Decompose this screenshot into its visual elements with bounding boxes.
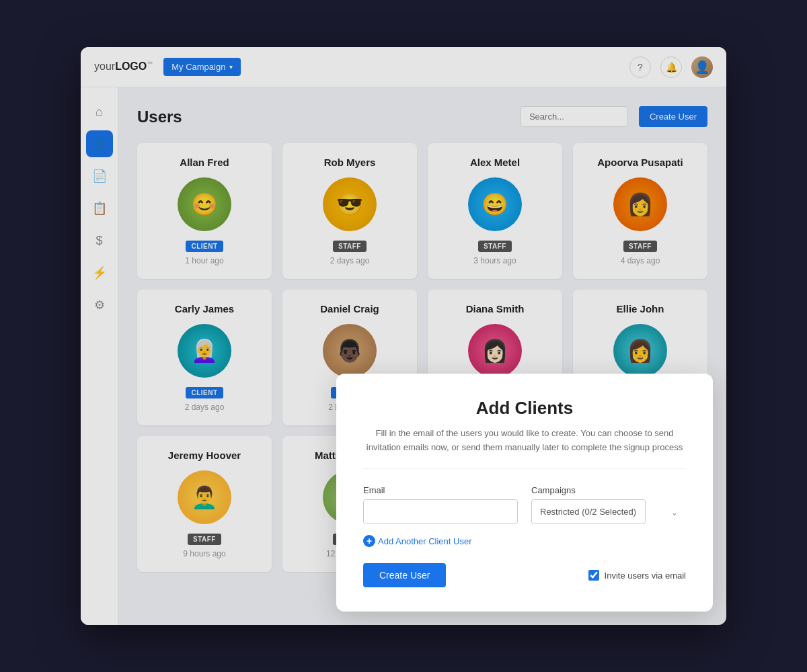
user-badge: STAFF [333,241,367,252]
user-name: Diana Smith [466,303,525,314]
user-card[interactable]: Allan Fred 😊 CLIENT 1 hour ago [137,143,272,279]
modal-title: Add Clients [363,398,686,419]
add-clients-modal: Add Clients Fill in the email of the use… [336,374,713,612]
user-badge: STAFF [188,534,221,545]
avatar-face: 😊 [178,177,231,231]
user-name: Ellie John [617,303,664,314]
avatar: 😊 [178,177,231,231]
home-icon: ⌂ [95,105,103,119]
bell-icon: 🔔 [666,62,677,73]
avatar: 👨🏿 [323,324,377,378]
chevron-down-icon: ▾ [229,63,233,71]
user-badge: STAFF [623,241,657,252]
avatar: 👩 [613,177,667,231]
sidebar-item-files[interactable]: 📋 [86,195,113,222]
user-card[interactable]: Jeremy Hoover 👨‍🦱 STAFF 9 hours ago [137,436,272,572]
user-name: Jeremy Hoover [168,450,241,461]
email-label: Email [363,485,518,495]
campaigns-select-wrapper: Restricted (0/2 Selected) [531,499,686,524]
billing-icon: $ [95,234,102,248]
add-another-label: Add Another Client User [378,536,471,546]
sidebar: ⌂ 👤 📄 📋 $ ⚡ ⚙ [81,87,118,625]
sidebar-item-activity[interactable]: ⚡ [86,259,113,286]
avatar-face: 😎 [323,177,377,231]
user-card[interactable]: Rob Myers 😎 STAFF 2 days ago [282,143,417,279]
avatar-face: 👨🏿 [323,324,377,378]
avatar: 👩 [613,324,667,378]
user-card[interactable]: Alex Metel 😄 STAFF 3 hours ago [428,143,562,279]
invite-checkbox[interactable] [588,570,599,581]
settings-icon: ⚙ [94,298,105,312]
invite-label[interactable]: Invite users via email [588,570,686,581]
avatar: 👨‍🦱 [178,470,231,524]
avatar-face: 👩‍🦳 [178,324,231,378]
avatar-face: 👩 [613,177,667,231]
user-time: 2 days ago [330,256,370,265]
form-row: Email Campaigns Restricted (0/2 Selected… [363,485,686,524]
sidebar-item-billing[interactable]: $ [86,227,113,254]
avatar: 😄 [468,177,522,231]
campaigns-select[interactable]: Restricted (0/2 Selected) [531,499,646,524]
logo: yourLOGO™ [94,60,153,73]
top-bar: yourLOGO™ My Campaign ▾ ? 🔔 👤 [81,47,726,87]
page-title: Users [137,108,510,126]
user-time: 3 hours ago [473,256,516,265]
user-name: Rob Myers [324,157,376,168]
avatar: 👩‍🦳 [178,324,231,378]
add-another-client-link[interactable]: + Add Another Client User [363,535,686,547]
activity-icon: ⚡ [92,265,107,280]
avatar: 👩🏻 [468,324,522,378]
sidebar-item-settings[interactable]: ⚙ [86,292,113,319]
modal-footer: Create User Invite users via email [363,563,686,587]
user-badge: STAFF [478,241,512,252]
avatar-face: 👨‍🦱 [178,470,231,524]
notifications-button[interactable]: 🔔 [660,56,682,78]
user-name: Allan Fred [180,157,229,168]
user-card[interactable]: Carly James 👩‍🦳 CLIENT 2 days ago [137,290,272,425]
avatar: 😎 [323,177,377,231]
reports-icon: 📄 [92,169,107,183]
modal-description: Fill in the email of the users you would… [363,427,686,469]
user-card[interactable]: Apoorva Pusapati 👩 STAFF 4 days ago [573,143,707,279]
user-name: Carly James [175,303,234,314]
user-time: 1 hour ago [185,256,223,265]
users-icon: 👤 [92,136,107,151]
campaigns-group: Campaigns Restricted (0/2 Selected) [531,485,686,524]
search-input[interactable] [521,106,628,127]
avatar-face: 👩 [613,324,667,378]
campaigns-label: Campaigns [531,485,686,495]
user-name: Alex Metel [470,157,520,168]
user-avatar-top[interactable]: 👤 [691,56,713,78]
email-input[interactable] [363,499,518,524]
sidebar-item-home[interactable]: ⌂ [86,98,113,125]
sidebar-item-reports[interactable]: 📄 [86,163,113,190]
user-badge: CLIENT [186,241,223,252]
create-user-button[interactable]: Create User [639,106,707,127]
avatar-face: 😄 [468,177,522,231]
modal-create-button[interactable]: Create User [363,563,446,587]
page-header: Users Create User [137,106,707,127]
user-name: Apoorva Pusapati [597,157,683,168]
user-time: 4 days ago [621,256,660,265]
avatar-face: 👩🏻 [468,324,522,378]
files-icon: 📋 [92,201,107,216]
plus-icon: + [363,535,375,547]
sidebar-item-users[interactable]: 👤 [86,130,113,157]
email-group: Email [363,485,518,524]
invite-text: Invite users via email [605,571,686,581]
user-time: 2 days ago [185,403,225,412]
help-button[interactable]: ? [629,56,651,78]
user-name: Daniel Craig [320,303,379,314]
top-bar-actions: ? 🔔 👤 [629,56,713,78]
campaign-dropdown[interactable]: My Campaign ▾ [163,58,241,76]
user-time: 9 hours ago [183,549,225,558]
user-badge: CLIENT [186,387,223,398]
